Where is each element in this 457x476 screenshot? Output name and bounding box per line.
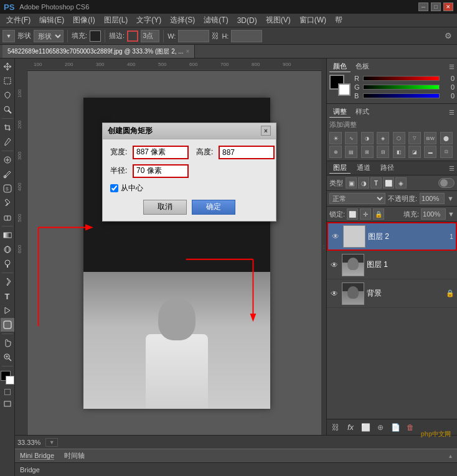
dialog-close-button[interactable]: × <box>261 126 271 136</box>
tool-shape[interactable] <box>1 318 14 332</box>
adj-hsl[interactable]: ⬡ <box>393 132 405 144</box>
adj-colorlookup[interactable]: ▤ <box>345 146 357 158</box>
color-swatches-area[interactable] <box>329 75 351 96</box>
maximize-button[interactable]: □ <box>431 2 441 11</box>
tool-eraser[interactable] <box>1 210 14 224</box>
r-slider-track[interactable] <box>363 76 440 81</box>
adj-invert[interactable]: ⊟ <box>377 146 389 158</box>
tab-style[interactable]: 样式 <box>352 106 373 118</box>
tool-eyedropper[interactable] <box>1 135 14 149</box>
g-slider-track[interactable] <box>363 85 440 90</box>
filter-smart[interactable]: ◈ <box>395 177 407 189</box>
layer-item-1[interactable]: 👁 图层 1 <box>327 251 457 279</box>
layer-link-btn[interactable]: ⛓ <box>329 422 342 433</box>
tool-screen-mode[interactable] <box>1 397 14 411</box>
tool-heal[interactable] <box>1 153 14 167</box>
tab-color[interactable]: 颜色 <box>329 61 351 72</box>
adj-curves[interactable]: ∿ <box>345 132 357 144</box>
color-panel-menu[interactable]: ☰ <box>449 63 455 70</box>
from-center-checkbox[interactable] <box>110 184 118 192</box>
tool-preset[interactable]: ▼ <box>2 30 15 42</box>
adj-bw[interactable]: B/W <box>424 132 436 144</box>
tool-zoom[interactable] <box>1 350 14 364</box>
tool-crop[interactable] <box>1 121 14 134</box>
tool-select[interactable] <box>1 74 14 88</box>
menu-view[interactable]: 视图(V) <box>262 14 294 27</box>
cancel-button[interactable]: 取消 <box>143 200 187 215</box>
menu-image[interactable]: 图像(I) <box>69 14 98 27</box>
b-slider-track[interactable] <box>363 93 440 98</box>
menu-window[interactable]: 窗口(W) <box>296 14 330 27</box>
adj-colorbalance[interactable]: ▽ <box>408 132 421 144</box>
adj-levels[interactable]: ⊞ <box>361 146 374 158</box>
menu-3d[interactable]: 3D(D) <box>233 15 261 26</box>
adj-channel-mixer[interactable]: ⊕ <box>329 146 342 158</box>
stroke-swatch[interactable] <box>127 30 138 42</box>
tab-channels[interactable]: 通道 <box>353 162 374 174</box>
opacity-input[interactable]: 100% <box>420 193 445 204</box>
background-color[interactable] <box>6 376 14 385</box>
layer-mask-btn[interactable]: ⬜ <box>359 422 372 433</box>
adj-brightness[interactable]: ☀ <box>329 132 342 144</box>
tool-path-select[interactable] <box>1 304 14 317</box>
tool-brush[interactable] <box>1 167 14 181</box>
tool-lasso[interactable] <box>1 88 14 102</box>
layer-fx-btn[interactable]: fx <box>344 422 357 433</box>
menu-select[interactable]: 选择(S) <box>166 14 199 27</box>
adj-panel-menu[interactable]: ☰ <box>449 109 455 116</box>
timeline-tab[interactable]: 时间轴 <box>64 451 85 460</box>
tab-close-button[interactable]: × <box>186 48 190 55</box>
menu-edit[interactable]: 编辑(E) <box>35 14 68 27</box>
adj-gradient-map[interactable]: ▬ <box>424 146 436 158</box>
tool-dodge[interactable] <box>1 257 14 271</box>
bridge-label[interactable]: Bridge <box>20 466 40 474</box>
adj-threshold[interactable]: ◪ <box>408 146 421 158</box>
layer-2-visibility[interactable]: 👁 <box>331 231 341 241</box>
layers-panel-menu[interactable]: ☰ <box>449 165 455 172</box>
layer-1-visibility[interactable]: 👁 <box>329 260 339 270</box>
tab-swatches[interactable]: 色板 <box>352 61 373 72</box>
lock-pixels-btn[interactable]: ⬜ <box>347 208 358 220</box>
adj-selective[interactable]: ⊡ <box>440 146 453 158</box>
lock-position-btn[interactable]: ✛ <box>360 208 371 220</box>
close-button[interactable]: ✕ <box>443 2 453 11</box>
layer-item-bg[interactable]: 👁 背景 🔒 <box>327 279 457 308</box>
menu-filter[interactable]: 滤镜(T) <box>200 14 232 27</box>
layer-new-btn[interactable]: 📄 <box>389 422 402 433</box>
tool-pen[interactable] <box>1 275 14 289</box>
tool-magic-wand[interactable] <box>1 103 14 116</box>
tool-history-brush[interactable] <box>1 196 14 210</box>
document-tab[interactable]: 54822689e11065839c7050003c2889f.jpg @ 33… <box>2 45 195 58</box>
filter-toggle[interactable] <box>438 178 455 188</box>
height-field[interactable]: 887 <box>219 146 275 159</box>
layer-bg-visibility[interactable]: 👁 <box>329 289 339 299</box>
color-picker[interactable] <box>1 371 14 385</box>
filter-type[interactable]: T <box>370 177 382 189</box>
width-input[interactable] <box>178 30 209 42</box>
expand-panel-btn[interactable]: ▴ <box>449 452 452 459</box>
fill-input[interactable]: 100% <box>421 208 446 220</box>
fill-swatch[interactable] <box>90 30 101 42</box>
tool-blur[interactable] <box>1 243 14 256</box>
adj-posterize[interactable]: ◧ <box>393 146 405 158</box>
tab-layers[interactable]: 图层 <box>329 162 351 174</box>
tool-clone-stamp[interactable]: S <box>1 182 14 195</box>
tool-gradient[interactable] <box>1 228 14 242</box>
tab-paths[interactable]: 路径 <box>377 162 398 174</box>
settings-icon[interactable]: ⚙ <box>442 30 455 42</box>
adj-photo[interactable]: ⬤ <box>440 132 453 144</box>
shape-select[interactable]: 形状 <box>34 30 64 42</box>
layer-group-btn[interactable]: ⊕ <box>374 422 387 433</box>
minimize-button[interactable]: ─ <box>418 2 428 11</box>
layer-delete-btn[interactable]: 🗑 <box>404 422 417 433</box>
menu-help[interactable]: 帮 <box>331 14 346 27</box>
menu-text[interactable]: 文字(Y) <box>133 14 165 27</box>
adj-exposure[interactable]: ◑ <box>361 132 374 144</box>
quick-mask-icon[interactable] <box>4 389 11 395</box>
filter-pixel[interactable]: ▣ <box>346 177 357 189</box>
mini-bridge-tab[interactable]: Mini Bridge <box>20 452 54 460</box>
adj-vibrance[interactable]: ◈ <box>377 132 389 144</box>
ok-button[interactable]: 确定 <box>192 200 235 215</box>
stroke-size-input[interactable]: 3点 <box>141 30 159 42</box>
radius-field[interactable]: 70 像素 <box>133 164 189 178</box>
